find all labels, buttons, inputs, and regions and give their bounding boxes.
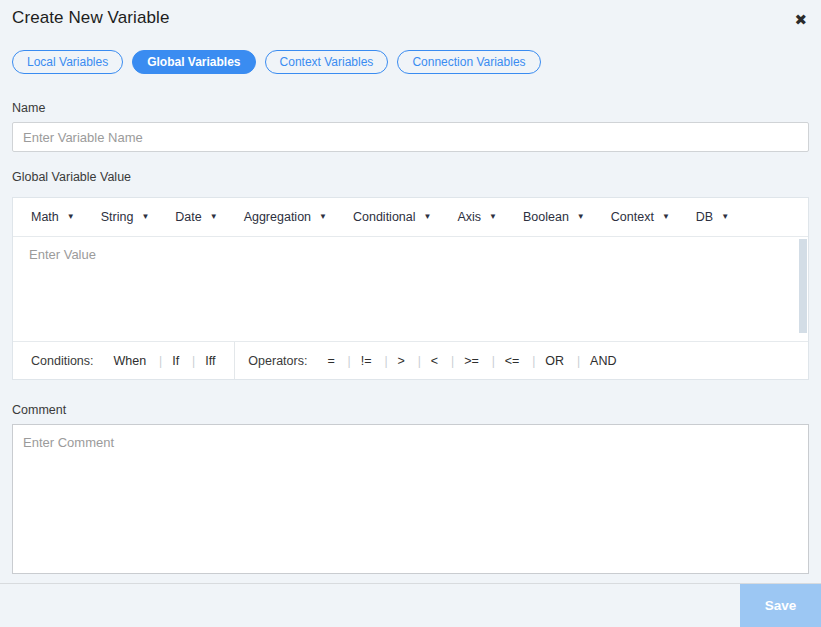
modal-footer: Save	[0, 583, 821, 627]
operator-or[interactable]: OR	[532, 354, 577, 368]
dropdown-label: Axis	[457, 210, 481, 224]
dropdown-string[interactable]: String ▼	[101, 210, 150, 224]
dropdown-label: Boolean	[523, 210, 569, 224]
comment-input[interactable]	[12, 424, 809, 574]
dropdown-label: Math	[31, 210, 59, 224]
tab-context-variables[interactable]: Context Variables	[265, 50, 389, 74]
conditions-label: Conditions:	[31, 354, 94, 368]
chevron-down-icon: ▼	[319, 213, 327, 221]
operators-group: Operators: = != > < >= <= OR AND	[234, 342, 635, 379]
operator-less-than[interactable]: <	[418, 354, 451, 368]
operator-equals[interactable]: =	[314, 354, 347, 368]
name-label: Name	[12, 101, 809, 115]
operator-and[interactable]: AND	[577, 354, 629, 368]
dropdown-db[interactable]: DB ▼	[696, 210, 729, 224]
chevron-down-icon: ▼	[67, 213, 75, 221]
chevron-down-icon: ▼	[424, 213, 432, 221]
value-scrollbar[interactable]	[799, 239, 807, 339]
condition-if[interactable]: If	[159, 354, 192, 368]
operator-less-equal[interactable]: <=	[492, 354, 533, 368]
variable-type-tabs: Local Variables Global Variables Context…	[12, 50, 809, 74]
comment-label: Comment	[12, 403, 809, 417]
dropdown-date[interactable]: Date ▼	[175, 210, 217, 224]
dropdown-conditional[interactable]: Conditional ▼	[353, 210, 431, 224]
tab-connection-variables[interactable]: Connection Variables	[397, 50, 540, 74]
dropdown-boolean[interactable]: Boolean ▼	[523, 210, 585, 224]
close-icon[interactable]: ✖	[792, 8, 809, 31]
conditions-operators-bar: Conditions: When If Iff Operators: = != …	[13, 341, 808, 379]
dropdown-label: Aggregation	[244, 210, 311, 224]
condition-iff[interactable]: Iff	[192, 354, 228, 368]
value-editor-panel: Math ▼ String ▼ Date ▼ Aggregation ▼ Con…	[12, 197, 809, 380]
operators-label: Operators:	[248, 354, 307, 368]
operator-not-equals[interactable]: !=	[348, 354, 385, 368]
dropdown-label: DB	[696, 210, 713, 224]
create-variable-modal: Create New Variable ✖ Local Variables Gl…	[0, 0, 821, 627]
page-title: Create New Variable	[12, 8, 170, 28]
variable-value-input[interactable]	[13, 237, 808, 341]
tab-local-variables[interactable]: Local Variables	[12, 50, 123, 74]
tab-global-variables[interactable]: Global Variables	[132, 50, 255, 74]
save-button[interactable]: Save	[740, 584, 821, 627]
conditions-group: Conditions: When If Iff	[13, 342, 234, 379]
dropdown-label: Conditional	[353, 210, 416, 224]
chevron-down-icon: ▼	[141, 213, 149, 221]
variable-name-input[interactable]	[12, 122, 809, 152]
value-input-area	[13, 237, 808, 341]
chevron-down-icon: ▼	[721, 213, 729, 221]
chevron-down-icon: ▼	[662, 213, 670, 221]
dropdown-axis[interactable]: Axis ▼	[457, 210, 497, 224]
value-label: Global Variable Value	[12, 170, 809, 184]
operator-greater-equal[interactable]: >=	[451, 354, 492, 368]
dropdown-aggregation[interactable]: Aggregation ▼	[244, 210, 327, 224]
dropdown-label: String	[101, 210, 134, 224]
dropdown-label: Date	[175, 210, 201, 224]
dropdown-label: Context	[611, 210, 654, 224]
dropdown-context[interactable]: Context ▼	[611, 210, 670, 224]
function-toolbar: Math ▼ String ▼ Date ▼ Aggregation ▼ Con…	[13, 198, 808, 237]
scrollbar-thumb[interactable]	[799, 239, 807, 333]
modal-header: Create New Variable ✖	[12, 0, 809, 31]
operator-greater-than[interactable]: >	[385, 354, 418, 368]
chevron-down-icon: ▼	[210, 213, 218, 221]
chevron-down-icon: ▼	[577, 213, 585, 221]
dropdown-math[interactable]: Math ▼	[31, 210, 75, 224]
chevron-down-icon: ▼	[489, 213, 497, 221]
condition-when[interactable]: When	[101, 354, 160, 368]
